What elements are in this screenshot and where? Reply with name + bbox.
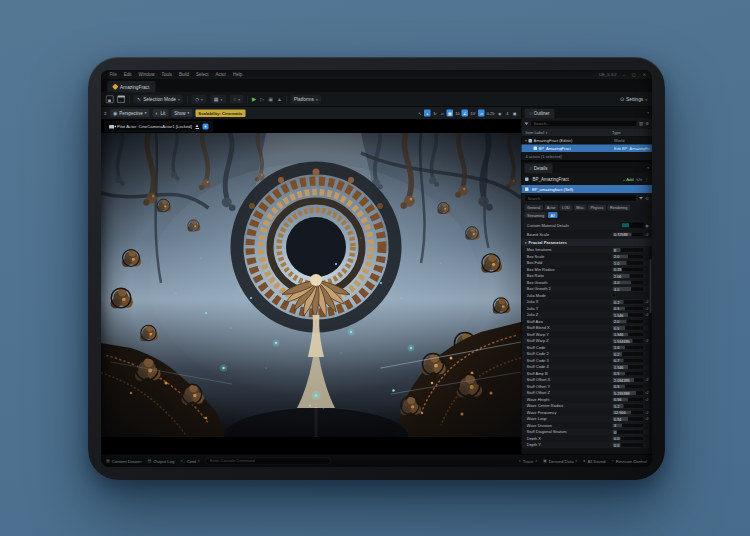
filter-chip-actor[interactable]: Actor <box>544 205 558 211</box>
pilot-actor-pill[interactable]: Pilot Actor: CineCameraActor1 [Locked] <box>105 122 212 132</box>
close-button[interactable]: ✕ <box>642 72 647 77</box>
trace-button[interactable]: ◑Trace▾ <box>518 458 537 463</box>
scalability-badge[interactable]: Scalability: Cinematic <box>195 109 245 117</box>
stop-button[interactable]: ▣ <box>268 97 273 103</box>
property-value-slider[interactable]: 3 <box>612 423 644 428</box>
menu-item-file[interactable]: File <box>106 72 120 77</box>
gizmo-icon[interactable]: ▱ <box>439 110 446 117</box>
property-value-slider[interactable]: 1.534695 <box>612 338 644 343</box>
maximize-button[interactable]: ▢ <box>631 72 637 77</box>
play-button[interactable]: ▶ <box>252 96 256 103</box>
property-value-slider[interactable]: 0.0 <box>612 442 644 447</box>
property-value-slider[interactable]: 2.0 <box>612 319 644 324</box>
color-swatch[interactable] <box>621 222 644 228</box>
outliner-row[interactable]: ▾AmazingFract (Editor)World <box>522 137 653 145</box>
view-mode-dropdown[interactable]: ◐Lit <box>153 109 169 117</box>
details-scrollbar[interactable] <box>650 247 652 455</box>
property-checkbox[interactable] <box>612 293 617 298</box>
tab-outliner[interactable]: ≡ Outliner <box>525 109 555 119</box>
outliner-search-input[interactable] <box>531 120 637 127</box>
gizmo-icon[interactable]: ▦ <box>447 110 454 117</box>
property-value-slider[interactable]: 1.546 <box>612 312 644 317</box>
details-search-input[interactable] <box>525 195 638 202</box>
camera-mode-dropdown[interactable]: ◉Perspective▾ <box>110 109 150 117</box>
selection-mode-button[interactable]: ↖ Selection Mode▾ <box>134 95 184 104</box>
property-value-slider[interactable]: 0.94 <box>612 416 644 421</box>
property-value-slider[interactable]: 1.0 <box>612 260 644 265</box>
property-value-slider[interactable]: 1.546 <box>612 364 644 369</box>
property-value-slider[interactable]: 0.25 <box>612 267 644 272</box>
gizmo-icon[interactable]: ∠ <box>462 110 469 117</box>
snap-value[interactable]: 10° <box>469 110 477 117</box>
menu-item-select[interactable]: Select <box>193 72 213 77</box>
property-value-slider[interactable]: 0.0 <box>612 436 644 441</box>
snap-value[interactable]: 4 <box>504 110 511 117</box>
filter-chip-general[interactable]: General <box>525 205 543 211</box>
bound-scale-slider[interactable]: 0.72588 <box>612 232 644 237</box>
eyedropper-icon[interactable]: ◉ <box>644 223 650 228</box>
property-value-slider[interactable]: 0.56 <box>612 397 644 402</box>
outliner-row[interactable]: BP_AmazingFractEdit BP_AmazingFract <box>522 145 653 153</box>
outliner-column-headers[interactable]: Item Label▾ Type <box>522 129 653 137</box>
panel-menu-icon[interactable]: ▾ <box>647 111 649 115</box>
property-value-slider[interactable]: 0 <box>612 429 644 434</box>
property-value-slider[interactable]: 8 <box>612 247 644 252</box>
property-value-slider[interactable]: 1.546 <box>612 332 644 337</box>
property-value-slider[interactable]: 0.2 <box>612 351 644 356</box>
menu-item-help[interactable]: Help <box>230 72 246 77</box>
menu-item-actor[interactable]: Actor <box>212 72 230 77</box>
filter-chip-rendering[interactable]: Rendering <box>607 205 629 211</box>
viewport-options-icon[interactable]: ≡ <box>104 110 107 116</box>
details-filter-icon[interactable] <box>639 197 643 200</box>
menu-item-tools[interactable]: Tools <box>158 72 176 77</box>
property-value-slider[interactable]: 0.5 <box>612 325 644 330</box>
property-value-slider[interactable]: 4.0 <box>612 286 644 291</box>
level-viewport[interactable]: ≡ ◉Perspective▾ ◐Lit Show▾ Scalability: … <box>101 107 521 454</box>
save-icon[interactable] <box>106 96 114 104</box>
scrollbar-thumb[interactable] <box>650 259 652 313</box>
outliner-view-options-icon[interactable]: ▥ <box>639 121 643 126</box>
property-value-slider[interactable]: 0.7 <box>612 358 644 363</box>
filter-funnel-icon[interactable] <box>525 122 529 125</box>
eject-button[interactable]: ▲ <box>277 97 282 103</box>
settings-dropdown[interactable]: ⊙ Settings▾ <box>620 97 647 103</box>
save-status[interactable]: ●All Saved <box>583 458 605 463</box>
console-command-input[interactable] <box>205 457 330 464</box>
output-log-button[interactable]: ▤Output Log <box>148 458 175 463</box>
cinematics-dropdown[interactable]: ▦▾ <box>210 95 225 104</box>
minimize-button[interactable]: – <box>622 72 626 77</box>
more-options-icon[interactable]: ⋮ <box>645 177 649 182</box>
property-value-slider[interactable]: 0.5 <box>612 384 644 389</box>
stop-piloting-icon[interactable] <box>195 124 200 129</box>
property-value-slider[interactable]: 1.6 <box>612 345 644 350</box>
add-component-button[interactable]: + Add <box>623 177 634 182</box>
viewport-lock-toggle[interactable] <box>202 124 208 130</box>
property-value-slider[interactable]: 0.5 <box>612 371 644 376</box>
blueprints-dropdown[interactable]: ◇▾ <box>192 95 207 104</box>
tab-details[interactable]: ≡ Details <box>525 164 553 174</box>
filter-chip-all[interactable]: All <box>548 212 557 218</box>
revision-control-button[interactable]: ○Revision Control <box>611 458 647 463</box>
property-value-slider[interactable]: 5.235988 <box>612 390 644 395</box>
content-browser-icon[interactable] <box>118 96 126 104</box>
reset-icon[interactable]: ↺ <box>644 232 650 237</box>
misc-dropdown[interactable]: ○▾ <box>230 95 244 104</box>
property-value-slider[interactable]: 1.2 <box>612 403 644 408</box>
property-value-slider[interactable]: 0.2 <box>612 299 644 304</box>
edit-blueprint-icon[interactable]: </> <box>636 177 642 182</box>
property-value-slider[interactable]: 4.0 <box>612 280 644 285</box>
menu-item-edit[interactable]: Edit <box>120 72 135 77</box>
filter-chip-streaming[interactable]: Streaming <box>525 212 547 218</box>
menu-item-window[interactable]: Window <box>135 72 158 77</box>
component-self-row[interactable]: BP_amazingfract (Self) <box>522 185 653 193</box>
snap-value[interactable]: 0.25 <box>486 110 496 117</box>
gizmo-icon[interactable]: ↖ <box>417 110 424 117</box>
gizmo-icon[interactable]: + <box>424 110 431 117</box>
viewport-canvas[interactable]: Pilot Actor: CineCameraActor1 [Locked] <box>101 119 521 454</box>
panel-menu-icon[interactable]: ▾ <box>647 166 649 170</box>
gizmo-icon[interactable]: ↻ <box>432 110 439 117</box>
section-header[interactable]: ▾ Fractal Parameters <box>522 239 653 247</box>
level-tab[interactable]: AmazingFract <box>107 81 155 92</box>
outliner-add-icon[interactable]: ⊕ <box>645 121 649 126</box>
filter-chip-physics[interactable]: Physics <box>588 205 606 211</box>
